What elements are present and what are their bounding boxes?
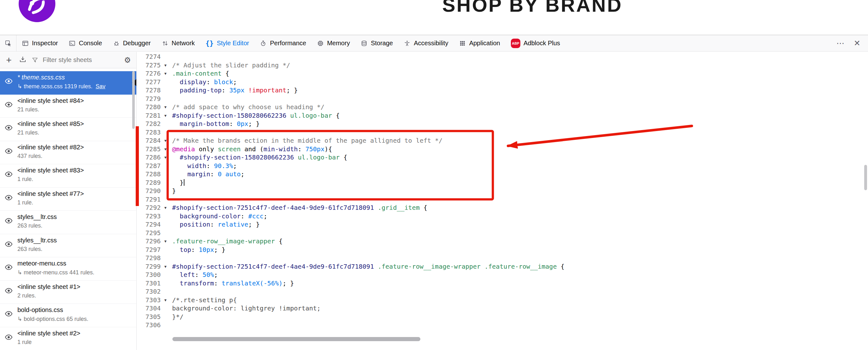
- stylesheet-detail: 1 rule: [18, 339, 80, 346]
- fold-caret-icon[interactable]: ▾: [161, 103, 170, 111]
- filter-stylesheets-input[interactable]: [42, 56, 119, 64]
- code-line[interactable]: 7275▾/* Adjust the slider padding */: [137, 61, 868, 69]
- visibility-toggle-icon[interactable]: [4, 216, 13, 234]
- code-line[interactable]: 7290}: [137, 187, 868, 195]
- code-line[interactable]: 7288 margin: 0 auto;: [137, 170, 868, 178]
- stylesheet-item[interactable]: bold-options.css↳ bold-options.css 65 ru…: [0, 304, 136, 327]
- visibility-toggle-icon[interactable]: [4, 147, 13, 164]
- code-line[interactable]: 7279: [137, 95, 868, 103]
- visibility-toggle-icon[interactable]: [4, 193, 13, 211]
- code-line[interactable]: 7286▾ #shopify-section-1580280662236 ul.…: [137, 153, 868, 162]
- code-line[interactable]: 7278 padding-top: 35px !important; }: [137, 86, 868, 95]
- fold-caret-icon[interactable]: ▾: [161, 153, 170, 162]
- fold-caret-icon[interactable]: ▾: [161, 111, 170, 120]
- options-gear-icon[interactable]: ⚙: [122, 54, 132, 66]
- code-line[interactable]: 7299▾#shopify-section-7251c4f7-deef-4ae4…: [137, 262, 868, 271]
- tab-inspector[interactable]: Inspector: [17, 35, 63, 51]
- performance-icon: [260, 40, 267, 47]
- stylesheet-item[interactable]: styles__ltr.css263 rules.: [0, 234, 136, 258]
- visibility-toggle-icon[interactable]: [4, 170, 13, 187]
- visibility-toggle-icon[interactable]: [4, 286, 13, 304]
- save-link[interactable]: Sav: [96, 83, 105, 90]
- code-line[interactable]: 7292▾#shopify-section-7251c4f7-deef-4ae4…: [137, 203, 868, 212]
- code-line[interactable]: 7280▾/* add space to why choose us headi…: [137, 103, 868, 111]
- visibility-toggle-icon[interactable]: [4, 100, 13, 118]
- stylesheet-item[interactable]: <inline style sheet #82>437 rules.: [0, 141, 136, 165]
- tab-debugger[interactable]: Debugger: [107, 35, 156, 51]
- fold-caret-icon[interactable]: ▾: [161, 61, 170, 69]
- vertical-scrollbar[interactable]: [864, 165, 867, 190]
- code-line[interactable]: 7295: [137, 229, 868, 237]
- text-cursor: [184, 179, 184, 186]
- fold-caret-icon[interactable]: ▾: [161, 203, 170, 212]
- fold-caret-icon[interactable]: ▾: [161, 262, 170, 271]
- tab-style-editor[interactable]: {}Style Editor: [200, 35, 255, 51]
- code-line[interactable]: 7297 top: 10px; }: [137, 245, 868, 254]
- fold-caret-icon: [161, 162, 170, 170]
- fold-caret-icon[interactable]: ▾: [161, 137, 170, 145]
- code-line[interactable]: 7274: [137, 53, 868, 61]
- close-devtools-icon[interactable]: ✕: [854, 38, 860, 48]
- visibility-toggle-icon[interactable]: [4, 333, 13, 350]
- tab-network[interactable]: Network: [156, 35, 200, 51]
- visibility-toggle-icon[interactable]: [4, 263, 13, 281]
- code-line[interactable]: 7281▾#shopify-section-1580280662236 ul.l…: [137, 111, 868, 120]
- stylesheet-item[interactable]: styles__ltr.css263 rules.: [0, 211, 136, 234]
- code-line[interactable]: 7276▾.main-content {: [137, 69, 868, 78]
- tab-application[interactable]: Application: [454, 35, 505, 51]
- code-line[interactable]: 7293 background-color: #ccc;: [137, 212, 868, 221]
- horizontal-scrollbar[interactable]: [173, 337, 421, 341]
- code-line[interactable]: 7287 width: 90.3%;: [137, 162, 868, 170]
- stylesheet-item[interactable]: <inline style sheet #83>1 rule.: [0, 164, 136, 188]
- code-line[interactable]: 7303▾/*.rte-setting p{: [137, 296, 868, 304]
- sidebar-scrollbar[interactable]: [132, 71, 135, 129]
- code-line[interactable]: 7298: [137, 254, 868, 262]
- stylesheet-item[interactable]: <inline style sheet #1>2 rules.: [0, 281, 136, 304]
- stylesheet-item[interactable]: * theme.scss.css↳ theme.scss.css 1319 ru…: [0, 71, 136, 95]
- code-line[interactable]: 7302: [137, 287, 868, 296]
- code-line[interactable]: 7296▾.feature-row__image-wrapper {: [137, 237, 868, 245]
- code-line[interactable]: 7306: [137, 321, 868, 329]
- code-editor[interactable]: 72747275▾/* Adjust the slider padding */…: [137, 52, 868, 350]
- tab-memory[interactable]: Memory: [312, 35, 355, 51]
- code-line[interactable]: 7277 display: block;: [137, 78, 868, 86]
- new-stylesheet-button[interactable]: +: [4, 54, 14, 66]
- code-line[interactable]: 7289 }: [137, 178, 868, 187]
- stylesheet-rules-count: 21 rules.: [18, 129, 39, 136]
- style-editor-sidebar: + ⚙ * theme.scss.css↳ theme.scss.css 131…: [0, 52, 137, 350]
- code-line[interactable]: 7284▾/* Make the brands ection in the mi…: [137, 137, 868, 145]
- code-line[interactable]: 7294 position: relative; }: [137, 220, 868, 229]
- tab-accessibility[interactable]: Accessibility: [398, 35, 454, 51]
- stylesheet-item[interactable]: <inline style sheet #2>1 rule: [0, 327, 136, 350]
- code-line[interactable]: 7283: [137, 128, 868, 137]
- visibility-toggle-icon[interactable]: [4, 310, 13, 327]
- fold-caret-icon[interactable]: ▾: [161, 145, 170, 153]
- tab-adblock-plus[interactable]: ABPAdblock Plus: [505, 35, 566, 51]
- meatball-menu-icon[interactable]: ⋯: [836, 38, 844, 48]
- import-stylesheet-button[interactable]: [18, 54, 28, 66]
- code-text: position: relative; }: [170, 220, 260, 229]
- visibility-toggle-icon[interactable]: [4, 240, 13, 257]
- stylesheet-item[interactable]: <inline style sheet #84>21 rules.: [0, 95, 136, 118]
- stylesheet-item[interactable]: <inline style sheet #77>1 rule.: [0, 188, 136, 211]
- stylesheet-item[interactable]: <inline style sheet #85>21 rules.: [0, 118, 136, 141]
- fold-caret-icon[interactable]: ▾: [161, 296, 170, 304]
- code-line[interactable]: 7285▾@media only screen and (min-width: …: [137, 145, 868, 153]
- stylesheet-info: <inline style sheet #84>21 rules.: [18, 97, 84, 118]
- code-line[interactable]: 7291: [137, 195, 868, 204]
- tab-storage[interactable]: Storage: [355, 35, 398, 51]
- fold-caret-icon[interactable]: ▾: [161, 69, 170, 78]
- code-line[interactable]: 7300 left: 50%;: [137, 270, 868, 279]
- visibility-toggle-icon[interactable]: [4, 77, 13, 94]
- tab-performance[interactable]: Performance: [254, 35, 312, 51]
- code-line[interactable]: 7305}*/: [137, 313, 868, 321]
- code-line[interactable]: 7304background-color: lightgrey !importa…: [137, 304, 868, 313]
- fold-caret-icon[interactable]: ▾: [161, 237, 170, 245]
- stylesheet-item[interactable]: meteor-menu.css↳ meteor-menu.css 441 rul…: [0, 257, 136, 281]
- code-text: background-color: lightgrey !important;: [170, 304, 321, 313]
- visibility-toggle-icon[interactable]: [4, 123, 13, 141]
- node-picker-button[interactable]: [0, 35, 17, 51]
- tab-console[interactable]: Console: [63, 35, 107, 51]
- code-line[interactable]: 7301 transform: translateX(-56%); }: [137, 279, 868, 288]
- code-line[interactable]: 7282 margin-bottom: 0px; }: [137, 120, 868, 128]
